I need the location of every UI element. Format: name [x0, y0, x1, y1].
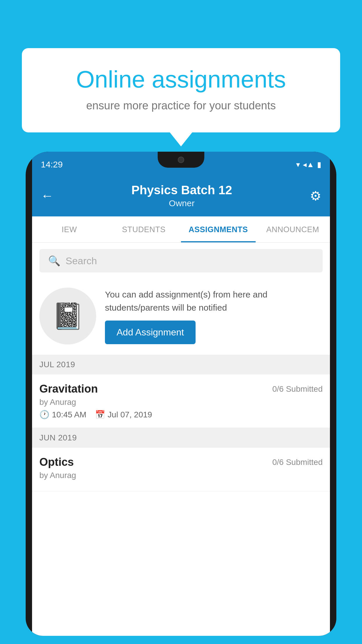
speech-bubble-subtitle: ensure more practice for your students [42, 99, 320, 112]
tab-bar: IEW STUDENTS ASSIGNMENTS ANNOUNCEM [32, 216, 330, 243]
phone-container: 14:29 ▾ ◂▲ ▮ ← Physics Batch 12 Owner ⚙ … [26, 152, 336, 644]
assignment-by: by Anurag [39, 398, 323, 407]
back-button[interactable]: ← [41, 188, 54, 203]
screen-content: 🔍 Search 📓 You can add assignment(s) fro… [32, 243, 330, 636]
search-icon: 🔍 [48, 255, 60, 267]
assignment-icon-circle: 📓 [39, 288, 96, 344]
assignment-name: Gravitation [39, 383, 98, 395]
assignment-top-row: Gravitation 0/6 Submitted [39, 383, 323, 395]
speech-bubble-title: Online assignments [42, 66, 320, 93]
status-icons: ▾ ◂▲ ▮ [296, 160, 321, 169]
assignment-top-row-optics: Optics 0/6 Submitted [39, 456, 323, 468]
status-time: 14:29 [41, 160, 63, 169]
prompt-description: You can add assignment(s) from here and … [105, 288, 323, 314]
month-header-jul: JUL 2019 [32, 355, 330, 374]
clock-icon: 🕐 [39, 410, 50, 419]
status-bar: 14:29 ▾ ◂▲ ▮ [32, 152, 330, 177]
assignment-meta: 🕐 10:45 AM 📅 Jul 07, 2019 [39, 410, 323, 419]
meta-time: 🕐 10:45 AM [39, 410, 86, 419]
calendar-icon: 📅 [95, 410, 105, 419]
header-center: Physics Batch 12 Owner [131, 183, 232, 208]
speech-bubble-container: Online assignments ensure more practice … [22, 48, 340, 132]
meta-date: 📅 Jul 07, 2019 [95, 410, 152, 419]
assignment-prompt: 📓 You can add assignment(s) from here an… [32, 279, 330, 355]
phone-camera [178, 157, 184, 163]
search-placeholder: Search [66, 255, 97, 267]
assignment-name-optics: Optics [39, 456, 74, 468]
search-bar-container: 🔍 Search [32, 243, 330, 279]
assignment-time: 10:45 AM [52, 410, 86, 419]
assignment-submitted: 0/6 Submitted [272, 384, 323, 394]
batch-subtitle: Owner [131, 198, 232, 208]
add-assignment-button[interactable]: Add Assignment [105, 321, 196, 344]
battery-icon: ▮ [317, 160, 321, 169]
assignment-date: Jul 07, 2019 [108, 410, 152, 419]
month-header-jun: JUN 2019 [32, 428, 330, 448]
wifi-icon: ▾ [296, 160, 300, 169]
app-header: ← Physics Batch 12 Owner ⚙ [32, 177, 330, 216]
phone-outer: 14:29 ▾ ◂▲ ▮ ← Physics Batch 12 Owner ⚙ … [26, 152, 336, 636]
tab-assignments[interactable]: ASSIGNMENTS [181, 216, 256, 242]
assignment-prompt-text: You can add assignment(s) from here and … [105, 288, 323, 344]
speech-bubble: Online assignments ensure more practice … [22, 48, 340, 132]
search-bar[interactable]: 🔍 Search [39, 249, 323, 272]
notebook-icon: 📓 [52, 301, 84, 331]
tab-announcements[interactable]: ANNOUNCEM [256, 216, 330, 242]
batch-title: Physics Batch 12 [131, 183, 232, 197]
assignment-item-optics[interactable]: Optics 0/6 Submitted by Anurag [32, 448, 330, 491]
assignment-by-optics: by Anurag [39, 471, 323, 480]
assignment-item-gravitation[interactable]: Gravitation 0/6 Submitted by Anurag 🕐 10… [32, 374, 330, 428]
tab-students[interactable]: STUDENTS [107, 216, 181, 242]
phone-notch [158, 152, 204, 168]
settings-icon[interactable]: ⚙ [310, 188, 321, 203]
tab-iew[interactable]: IEW [32, 216, 107, 242]
signal-icon: ◂▲ [303, 160, 314, 169]
assignment-submitted-optics: 0/6 Submitted [272, 458, 323, 467]
